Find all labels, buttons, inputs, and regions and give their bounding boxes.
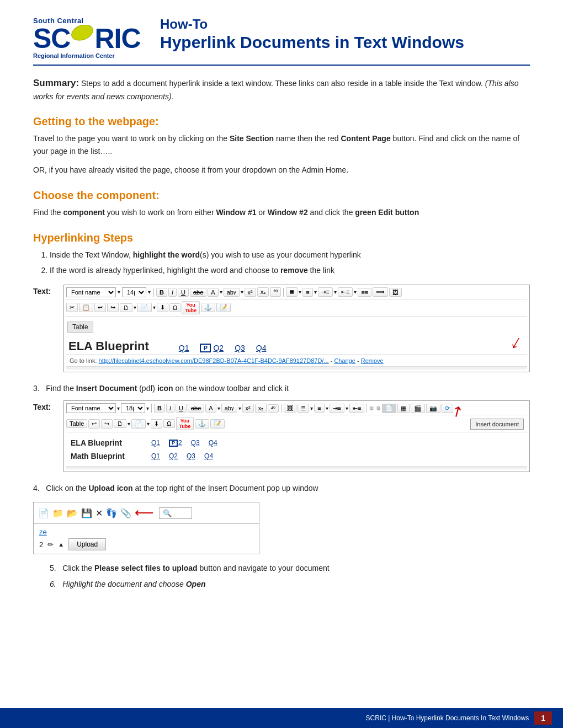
editor2-paste3-btn[interactable]: 📄 [131,419,146,429]
insert-link-btn[interactable]: ⬇ [157,303,168,312]
align-button[interactable]: ≣ [286,287,298,297]
editor2-doc-button[interactable]: 📄 [382,404,396,413]
section2-bold1: component [63,208,104,217]
anchor-btn[interactable]: ⚓ [201,303,215,312]
editor2-strikethrough-button[interactable]: abe [188,404,204,413]
editor2-paste2-btn[interactable]: 🗋 [114,419,126,428]
upload-icon-footprint[interactable]: 👣 [106,508,117,518]
undo-button[interactable]: ↩ [94,303,106,312]
underline-button[interactable]: U [178,288,189,297]
upload-icon-close[interactable]: ✕ [95,508,103,518]
editor2-undo-button[interactable]: ↩ [88,419,100,429]
section1-bold2: Content Page [341,134,390,143]
ela2-q4[interactable]: Q4 [209,439,217,447]
redo-button[interactable]: ↪ [107,303,119,312]
ela2-link-q2[interactable]: 2 [178,439,182,447]
paste-btn[interactable]: 🗋 [120,303,132,312]
editor2-size-select[interactable]: 18px [121,403,145,413]
font-color-button[interactable]: A [208,288,218,297]
math-q1[interactable]: Q1 [151,452,160,460]
editor2-redo-button[interactable]: ↪ [101,419,113,429]
special-chars-button[interactable]: ⁴⁰ [270,287,281,297]
editor2-font-select[interactable]: Font name [66,403,116,413]
editor2-fontcolor-button[interactable]: A [205,404,216,413]
paste-text-btn[interactable]: 📄 [137,303,152,312]
ela-link-q2[interactable]: Q2 [213,344,224,352]
editor2-image-button[interactable]: 🖼 [284,404,296,413]
editor2-src-btn[interactable]: 📝 [210,419,225,429]
section3-heading: Hyperlinking Steps [33,232,530,244]
editor2-hl-arrow-icon: ▾ [238,405,241,411]
step3-bold2: icon [157,384,173,393]
upload-icon-clip[interactable]: 📎 [120,508,131,518]
goto-url-link[interactable]: http://filecabinet4.eschoolview.com/DE98… [99,357,329,364]
editor2-table-btn2[interactable]: ▦ [397,404,410,413]
justify-button[interactable]: ≡≡ [358,288,371,297]
editor2-italic-button[interactable]: I [166,404,174,413]
editor2-indent-button[interactable]: ⇥≡ [330,404,344,413]
editor2-bold-button[interactable]: B [154,404,165,413]
superscript-button[interactable]: x² [245,288,256,297]
outdent-button[interactable]: ⇤≡ [338,287,353,297]
editor1-scrollbar[interactable] [66,366,527,370]
editor2-highlight-button[interactable]: abγ [221,404,237,413]
editor2-underline-button[interactable]: U [176,404,187,413]
ela2-q1[interactable]: Q1 [151,439,160,447]
right-align-button[interactable]: ⟹ [373,287,388,297]
editor2-down-btn[interactable]: ⬇ [151,419,162,429]
dropdown-arrow-icon: ▾ [118,289,120,295]
editor2-scrollbar[interactable] [66,466,527,469]
editor2-table-button[interactable]: Table [66,419,87,428]
font-name-select[interactable]: Font name [66,287,116,297]
ela2-q3[interactable]: Q3 [191,439,200,447]
section1-bold1: Site Section [230,134,274,143]
math-q3[interactable]: Q3 [187,452,195,460]
ela-link-q4[interactable]: Q4 [256,344,267,352]
upload-ze-link[interactable]: ze [39,528,47,536]
upload-icon-folder[interactable]: 📁 [52,508,63,518]
editor2-special-button[interactable]: ⁴⁰ [268,404,279,413]
editor1-toolbar1: Font name ▾ 14pt ▾ B I U abe A ▾ [66,287,527,299]
upload-pencil-icon[interactable]: ✏ [47,540,54,549]
title-how-to: How-To [160,17,530,33]
upload-search-input[interactable] [159,507,192,519]
editor2-media2-button[interactable]: 📷 [426,404,440,413]
omega-btn[interactable]: Ω [169,303,180,312]
editor2-yt-btn[interactable]: YouTube [176,417,194,430]
editor2-omega-btn[interactable]: Ω [163,419,174,428]
upload-icon-folder2[interactable]: 📂 [67,508,78,518]
q2-box-icon: P [200,344,211,352]
goto-remove-link[interactable]: Remove [361,357,384,364]
indent-button[interactable]: ⇥≡ [318,287,333,297]
bold-button[interactable]: B [156,288,167,297]
upload-icon-doc[interactable]: 📄 [38,508,49,518]
upload-button[interactable]: Upload [68,538,106,550]
editor2-sub-button[interactable]: x₂ [255,404,267,413]
highlight-button[interactable]: abγ [224,288,240,297]
list-arrow-icon: ▾ [314,289,317,295]
editor2-media-button[interactable]: 🎬 [411,404,425,413]
subscript-button[interactable]: x₂ [257,287,269,297]
upload-icon-save[interactable]: 💾 [81,508,92,518]
cut-button[interactable]: ✂ [66,303,78,312]
list-button[interactable]: ≡ [302,288,312,297]
misc-button[interactable]: 🖼 [389,288,402,297]
source-btn[interactable]: 📝 [216,303,231,312]
editor2-align-button[interactable]: ≣ [298,404,309,413]
goto-change-link[interactable]: Change [334,357,355,364]
ela-link-q1[interactable]: Q1 [179,344,189,352]
editor2-anchor-btn[interactable]: ⚓ [195,419,209,429]
upload-caret-icon[interactable]: ▲ [58,541,64,548]
math-q4[interactable]: Q4 [204,452,213,460]
italic-button[interactable]: I [168,288,177,297]
youtube-btn[interactable]: YouTube [182,301,200,314]
math-q2[interactable]: Q2 [169,452,178,460]
strikethrough-button[interactable]: abe [190,288,206,297]
table-button[interactable]: Table [67,322,93,333]
font-size-select[interactable]: 14pt [122,287,146,297]
copy-button[interactable]: 📋 [79,303,93,312]
editor2-indent2-button[interactable]: ⇤≡ [349,404,364,413]
editor2-list-button[interactable]: ≡ [314,404,324,413]
editor2-sup-button[interactable]: x² [242,404,254,413]
ela-link-q3[interactable]: Q3 [235,344,245,352]
